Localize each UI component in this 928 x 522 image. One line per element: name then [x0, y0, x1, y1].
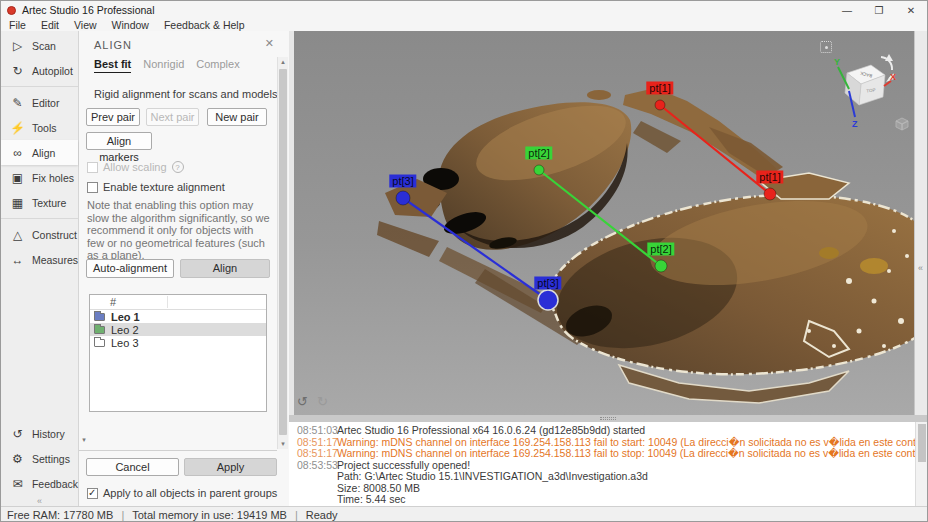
texture-alignment-checkbox[interactable]: [87, 182, 98, 193]
sidebar-item-label: Construct: [32, 229, 77, 241]
allow-scaling-row: Allow scaling ?: [87, 161, 184, 173]
align-markers-button[interactable]: Align markers: [86, 132, 152, 150]
focus-target-icon[interactable]: [820, 41, 832, 53]
status-separator: |: [295, 509, 298, 521]
minimize-button[interactable]: —: [831, 5, 863, 16]
tab-best-fit[interactable]: Best fit: [94, 58, 131, 73]
log-scrollbar[interactable]: [915, 422, 927, 506]
help-icon[interactable]: ?: [172, 161, 184, 173]
maximize-button[interactable]: ❐: [863, 5, 895, 16]
menu-view[interactable]: View: [74, 19, 97, 31]
sidebar-item-construct[interactable]: △Construct: [1, 222, 78, 247]
menu-file[interactable]: File: [9, 19, 26, 31]
sidebar-item-measures[interactable]: ↔Measures: [1, 247, 78, 272]
sidebar-item-autopilot[interactable]: ↻Autopilot: [1, 58, 78, 83]
sidebar-item-label: Tools: [32, 122, 57, 134]
log-timestamp: 08:51:03: [297, 425, 337, 437]
prev-pair-button[interactable]: Prev pair: [86, 108, 140, 126]
list-item[interactable]: Leo 3: [90, 336, 266, 349]
list-item-label: Leo 3: [111, 337, 139, 349]
tab-nonrigid[interactable]: Nonrigid: [143, 58, 184, 73]
window-title: Artec Studio 16 Professional: [22, 4, 831, 16]
sidebar: ▷Scan↻Autopilot✎Editor⚡Tools∞Align▣Fix h…: [1, 31, 79, 506]
sidebar-item-label: Fix holes: [32, 172, 74, 184]
align-button[interactable]: Align: [180, 259, 270, 278]
sidebar-item-feedback[interactable]: ✉Feedback: [1, 471, 78, 496]
redo-icon[interactable]: ↻: [317, 394, 328, 409]
scroll-down-icon[interactable]: ▾: [79, 436, 89, 444]
log-timestamp: 08:53:53: [297, 460, 337, 472]
point-label[interactable]: pt[3]: [389, 175, 416, 188]
sidebar-collapse-chevron-icon[interactable]: «: [1, 496, 78, 506]
cancel-button[interactable]: Cancel: [86, 458, 179, 476]
undo-icon[interactable]: ↺: [297, 394, 308, 409]
panel-scrollbar[interactable]: ▴ ▾: [277, 57, 288, 449]
next-pair-button[interactable]: Next pair: [146, 108, 199, 126]
menu-bar: FileEditViewWindowFeedback & Help: [1, 19, 927, 31]
new-pair-button[interactable]: New pair: [207, 108, 267, 126]
tab-complex[interactable]: Complex: [196, 58, 239, 73]
scan-list-rows: Leo 1Leo 2Leo 3: [90, 310, 266, 349]
sidebar-item-history[interactable]: ↺History: [1, 421, 78, 446]
sidebar-group: △Construct↔Measures: [1, 218, 78, 272]
menu-edit[interactable]: Edit: [41, 19, 59, 31]
sidebar-item-settings[interactable]: ⚙Settings: [1, 446, 78, 471]
sidebar-item-label: History: [32, 428, 65, 440]
sidebar-item-label: Editor: [32, 97, 59, 109]
sidebar-item-align[interactable]: ∞Align: [1, 140, 78, 165]
sidebar-item-editor[interactable]: ✎Editor: [1, 90, 78, 115]
allow-scaling-checkbox[interactable]: [87, 162, 98, 173]
status-separator: |: [121, 509, 124, 521]
viewport-column: BACK TOP Y X Z pt[1]pt[1]pt[2]pt[2]pt[3]…: [289, 31, 927, 506]
workspace-collapsed-strip[interactable]: «: [914, 31, 927, 415]
panel-scrollbar-thumb[interactable]: [279, 69, 287, 435]
panel-tabs: Best fitNonrigidComplex: [94, 58, 240, 73]
history-icon: ↺: [10, 427, 25, 441]
point-label[interactable]: pt[2]: [647, 243, 674, 256]
log-entry-detail: Time: 5.44 sec: [297, 494, 913, 506]
sidebar-groups: ▷Scan↻Autopilot✎Editor⚡Tools∞Align▣Fix h…: [1, 33, 78, 272]
log-lines: 08:51:03Artec Studio 16 Professional x64…: [297, 425, 913, 506]
point-label[interactable]: pt[1]: [756, 171, 783, 184]
sidebar-item-label: Align: [32, 147, 55, 159]
point-label[interactable]: pt[1]: [646, 82, 673, 95]
panel-close-icon[interactable]: ✕: [265, 37, 274, 50]
close-button[interactable]: ✕: [895, 5, 927, 16]
point-label[interactable]: pt[3]: [534, 277, 561, 290]
log-scrollbar-thumb[interactable]: [918, 424, 926, 462]
log-message: Artec Studio 16 Professional x64 16.0.6.…: [337, 425, 645, 437]
autopilot-icon: ↻: [10, 64, 25, 78]
scan-icon: ▷: [10, 39, 25, 53]
viewport-3d[interactable]: BACK TOP Y X Z pt[1]pt[1]pt[2]pt[2]pt[3]…: [289, 31, 927, 415]
sidebar-item-texture[interactable]: ▦Texture: [1, 190, 78, 215]
panel-divider: [79, 450, 277, 451]
log-panel: 08:51:03Artec Studio 16 Professional x64…: [289, 422, 927, 506]
apply-all-checkbox[interactable]: [87, 488, 98, 499]
sidebar-item-tools[interactable]: ⚡Tools: [1, 115, 78, 140]
folder-icon: [94, 326, 105, 334]
viewport-overlay: pt[1]pt[1]pt[2]pt[2]pt[3]pt[3]: [289, 31, 927, 415]
app-icon: [7, 6, 16, 15]
scroll-down-icon[interactable]: ▾: [278, 440, 288, 448]
apply-all-label: Apply to all objects in parent groups: [103, 487, 277, 499]
log-entry-detail: Path: G:\Artec Studio 15.1\INVESTIGATION…: [297, 471, 913, 483]
list-item[interactable]: Leo 1: [90, 310, 266, 323]
menu-feedback-help[interactable]: Feedback & Help: [164, 19, 245, 31]
log-resize-handle[interactable]: [289, 415, 927, 422]
point-label[interactable]: pt[2]: [525, 147, 552, 160]
list-item[interactable]: Leo 2: [90, 323, 266, 336]
sidebar-item-fix-holes[interactable]: ▣Fix holes: [1, 165, 78, 190]
sidebar-group: ✎Editor⚡Tools∞Align▣Fix holes▦Texture: [1, 86, 78, 215]
sidebar-item-label: Scan: [32, 40, 56, 52]
log-timestamp: [297, 494, 337, 506]
expand-chevron-icon[interactable]: «: [918, 263, 923, 273]
auto-alignment-button[interactable]: Auto-alignment: [86, 259, 174, 278]
menu-window[interactable]: Window: [112, 19, 149, 31]
log-entry: 08:51:03Artec Studio 16 Professional x64…: [297, 425, 913, 437]
sidebar-spacer: [1, 272, 78, 421]
scroll-up-icon[interactable]: ▴: [278, 58, 288, 66]
apply-button[interactable]: Apply: [184, 458, 277, 476]
panel-title: ALIGN: [94, 39, 132, 51]
sidebar-item-scan[interactable]: ▷Scan: [1, 33, 78, 58]
sidebar-item-label: Settings: [32, 453, 70, 465]
